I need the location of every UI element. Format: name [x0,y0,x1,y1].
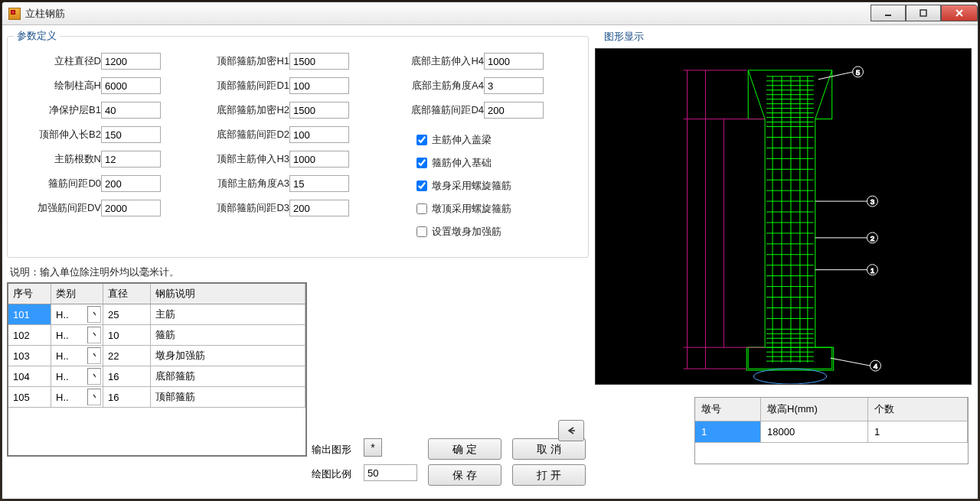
ok-button[interactable]: 确 定 [428,438,501,460]
chevron-down-icon[interactable] [87,389,101,405]
cell-desc[interactable]: 主筋 [151,304,305,325]
param-input-c2-6[interactable] [289,200,349,216]
chevron-down-icon[interactable] [87,368,101,385]
chevron-down-icon[interactable] [87,347,101,364]
param-row-c2-1: 顶部箍筋间距D1 [198,76,349,95]
param-input-c2-3[interactable] [289,126,349,143]
param-label: 立柱直径D [20,54,101,68]
cell-pier-h[interactable]: 18000 [761,421,868,443]
checkbox-row-2: 墩身采用螺旋箍筋 [416,177,511,194]
pier-table[interactable]: 墩号墩高H(mm)个数 1180001 [694,397,969,464]
checkbox-2[interactable] [416,181,427,191]
param-input-c1-1[interactable] [101,77,161,94]
params-group: 参数定义 立柱直径D绘制柱高H净保护层B1顶部伸入长B2主筋根数N箍筋间距D0加… [7,36,589,258]
checkbox-row-4: 设置墩身加强筋 [416,223,501,240]
chevron-down-icon[interactable] [87,327,101,343]
checkbox-0[interactable] [416,135,427,145]
drawing-canvas[interactable]: 5 3 2 1 4 [595,48,972,385]
param-row-c3-0: 底部主筋伸入H4 [381,52,544,70]
table-row[interactable]: 101H..25主筋 [8,304,305,325]
close-button[interactable] [941,5,978,21]
svg-text:1: 1 [871,266,875,275]
table-row[interactable]: 1180001 [695,421,968,443]
table-row[interactable]: 103H..22墩身加强筋 [8,346,305,366]
param-input-c1-3[interactable] [101,126,161,143]
cell-pier-no[interactable]: 1 [695,421,761,443]
checkbox-1[interactable] [416,158,427,168]
cell-seq[interactable]: 103 [8,346,51,366]
cell-seq[interactable]: 105 [8,387,51,408]
param-input-c1-5[interactable] [101,175,161,192]
param-input-c2-1[interactable] [289,77,349,94]
maximize-button[interactable] [906,5,941,21]
param-input-c1-2[interactable] [101,102,161,119]
cell-category[interactable]: H.. [51,304,103,325]
draw-scale-label: 绘图比例 [312,467,351,481]
cell-diameter[interactable]: 10 [103,325,151,346]
cell-diameter[interactable]: 22 [103,346,151,366]
minimize-button[interactable] [871,5,906,21]
rebar-table-header: 序号类别直径钢筋说明 [8,284,305,304]
pier-header-cell[interactable]: 墩号 [695,398,761,421]
param-row-c1-4: 主筋根数N [20,150,161,168]
param-input-c2-5[interactable] [289,175,349,192]
client-area: 参数定义 立柱直径D绘制柱高H净保护层B1顶部伸入长B2主筋根数N箍筋间距D0加… [7,30,973,494]
cell-seq[interactable]: 102 [8,325,51,346]
param-input-c3-0[interactable] [484,53,544,70]
cell-desc[interactable]: 墩身加强筋 [151,346,305,366]
cell-desc[interactable]: 箍筋 [151,325,305,346]
output-shape-label: 输出图形 [312,443,351,457]
cell-category[interactable]: H.. [51,346,103,366]
table-row[interactable]: 104H..16底部箍筋 [8,366,305,387]
checkbox-3[interactable] [416,203,427,214]
svg-text:3: 3 [871,197,875,206]
checkbox-4[interactable] [416,226,427,237]
cell-seq[interactable]: 104 [8,366,51,387]
rebar-table[interactable]: 序号类别直径钢筋说明 101H..25主筋102H..10箍筋103H..22墩… [7,282,307,457]
cell-seq[interactable]: 101 [8,304,51,325]
cell-diameter[interactable]: 16 [103,387,151,408]
save-button[interactable]: 保 存 [428,464,501,486]
svg-point-49 [753,369,827,384]
output-shape-button[interactable]: * [364,438,382,457]
param-label: 主筋根数N [20,152,101,166]
table-row[interactable]: 102H..10箍筋 [8,325,305,346]
rebar-header-cell[interactable]: 钢筋说明 [151,284,305,304]
cell-category[interactable]: H.. [51,387,103,408]
param-input-c3-1[interactable] [484,77,544,94]
param-row-c1-5: 箍筋间距D0 [20,174,161,193]
param-input-c2-2[interactable] [289,102,349,119]
rebar-header-cell[interactable]: 序号 [8,284,51,304]
transfer-left-button[interactable] [558,420,584,441]
param-input-c1-4[interactable] [101,151,161,168]
param-input-c1-6[interactable] [101,200,161,216]
cell-desc[interactable]: 顶部箍筋 [151,387,305,408]
table-row[interactable]: 105H..16顶部箍筋 [8,387,305,408]
draw-scale-input[interactable] [364,464,417,481]
param-row-c1-0: 立柱直径D [20,52,161,70]
titlebar[interactable]: 立柱钢筋 [2,2,978,25]
rebar-header-cell[interactable]: 直径 [103,284,151,304]
open-button[interactable]: 打 开 [512,464,586,486]
cancel-button[interactable]: 取 消 [512,438,586,460]
cell-diameter[interactable]: 25 [103,304,151,325]
rebar-header-cell[interactable]: 类别 [51,284,103,304]
param-label: 顶部箍筋加密H1 [198,54,289,68]
param-input-c2-0[interactable] [289,53,349,70]
checkbox-row-3: 墩顶采用螺旋箍筋 [416,200,511,217]
cell-diameter[interactable]: 16 [103,366,151,387]
chevron-down-icon[interactable] [87,306,101,323]
param-label: 绘制柱高H [20,79,101,93]
param-input-c3-2[interactable] [484,102,544,119]
param-label: 净保护层B1 [20,103,101,117]
cell-pier-count[interactable]: 1 [868,421,968,443]
cell-desc[interactable]: 底部箍筋 [151,366,305,387]
param-input-c1-0[interactable] [101,53,161,70]
pier-table-body: 1180001 [695,421,968,443]
cell-category[interactable]: H.. [51,325,103,346]
cell-category[interactable]: H.. [51,366,103,387]
param-input-c2-4[interactable] [289,151,349,168]
app-icon [8,8,21,20]
pier-header-cell[interactable]: 墩高H(mm) [761,398,868,421]
pier-header-cell[interactable]: 个数 [868,398,968,421]
